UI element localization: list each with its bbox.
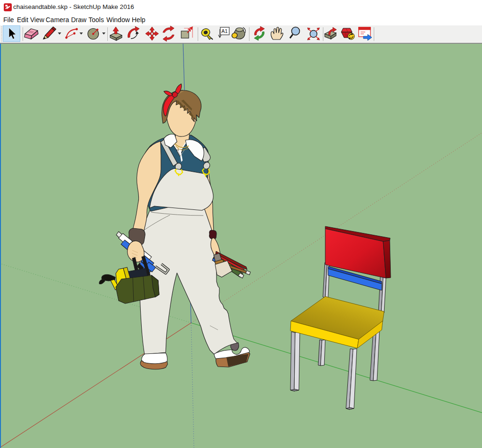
svg-text:A1: A1 [221, 28, 227, 34]
